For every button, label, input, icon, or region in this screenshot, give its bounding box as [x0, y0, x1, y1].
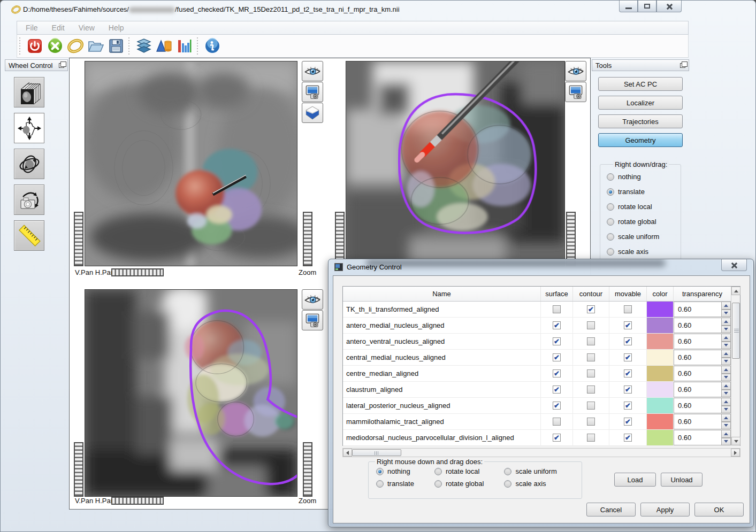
- title-bar[interactable]: D:/home/theses/Fahimeh/sources//fused_ch…: [1, 1, 756, 19]
- vp3-right-wheel[interactable]: [303, 442, 312, 497]
- vp3-left-wheel[interactable]: [74, 442, 83, 497]
- column-header-surface[interactable]: surface: [541, 287, 573, 301]
- color-swatch[interactable]: [647, 334, 673, 349]
- movable-checkbox[interactable]: ✔: [624, 321, 632, 329]
- close-x-icon[interactable]: [47, 37, 64, 55]
- scroll-left-button[interactable]: [343, 449, 352, 457]
- dialog-close-button[interactable]: [721, 259, 747, 271]
- radio-nothing[interactable]: nothing: [607, 173, 659, 181]
- tools-header[interactable]: Tools: [592, 59, 689, 71]
- spin-down-button[interactable]: [721, 342, 731, 350]
- transparency-value[interactable]: 0.60: [674, 398, 721, 413]
- vp3-pan-wheel[interactable]: [111, 497, 164, 505]
- spin-down-button[interactable]: [721, 326, 731, 334]
- movable-checkbox[interactable]: ✔: [624, 418, 632, 426]
- open-file-icon[interactable]: [87, 37, 104, 55]
- vp1-left-wheel[interactable]: [74, 212, 83, 266]
- vp3-visibility-button[interactable]: [302, 289, 323, 310]
- viewport-coronal-mr[interactable]: [85, 289, 297, 497]
- spin-up-button[interactable]: [721, 350, 731, 358]
- spin-up-button[interactable]: [721, 302, 731, 310]
- column-header-contour[interactable]: contour: [573, 287, 609, 301]
- transparency-value[interactable]: 0.60: [674, 350, 721, 365]
- contour-checkbox[interactable]: [587, 353, 595, 361]
- column-header-transparency[interactable]: transparency: [674, 287, 731, 301]
- spin-down-button[interactable]: [721, 358, 731, 366]
- scroll-up-button[interactable]: [731, 287, 740, 295]
- contour-checkbox[interactable]: [587, 418, 595, 426]
- load-button[interactable]: Load: [614, 473, 656, 487]
- transparency-value[interactable]: 0.60: [674, 366, 721, 381]
- vp1-visibility-button[interactable]: [302, 61, 323, 81]
- scrollbar-thumb[interactable]: [732, 303, 740, 359]
- vp3-screenshot-button[interactable]: [302, 310, 323, 330]
- scroll-right-button[interactable]: [731, 449, 740, 457]
- movable-checkbox[interactable]: ✔: [624, 353, 632, 361]
- radio-rotate-local[interactable]: rotate local: [607, 203, 659, 211]
- tools-button-geometry[interactable]: Geometry: [598, 133, 683, 147]
- column-header-color[interactable]: color: [647, 287, 674, 301]
- movable-checkbox[interactable]: ✔: [624, 402, 632, 410]
- radio-scale-uniform[interactable]: scale uniform: [607, 233, 659, 241]
- contour-checkbox[interactable]: [587, 369, 595, 377]
- vp1-screenshot-button[interactable]: [302, 82, 323, 102]
- slice-stack-button[interactable]: [14, 77, 44, 107]
- scrollbar-thumb[interactable]: [352, 449, 401, 456]
- vp2-screenshot-button[interactable]: [565, 82, 586, 102]
- table-horizontal-scrollbar[interactable]: [342, 448, 740, 457]
- vp1-pan-wheel[interactable]: [111, 268, 164, 276]
- table-row[interactable]: antero_medial_nucleus_aligned✔✔0.60: [343, 318, 740, 334]
- surface-checkbox[interactable]: ✔: [553, 402, 561, 410]
- spin-down-button[interactable]: [721, 310, 731, 318]
- contour-checkbox[interactable]: ✔: [587, 305, 595, 313]
- surface-checkbox[interactable]: ✔: [553, 385, 561, 394]
- spin-up-button[interactable]: [721, 430, 731, 438]
- color-swatch[interactable]: [647, 318, 673, 333]
- table-row[interactable]: mediodorsal_nucleus_parvocellular_divisi…: [343, 430, 740, 446]
- table-row[interactable]: TK_th_li_transformed_aligned✔0.60: [343, 302, 740, 318]
- radio-translate[interactable]: translate: [607, 188, 659, 196]
- spin-down-button[interactable]: [721, 438, 731, 446]
- spin-up-button[interactable]: [721, 398, 731, 406]
- apply-button[interactable]: Apply: [640, 503, 690, 516]
- surface-checkbox[interactable]: ✔: [553, 337, 561, 345]
- contour-checkbox[interactable]: [587, 337, 595, 345]
- movable-checkbox[interactable]: [624, 305, 632, 313]
- transparency-value[interactable]: 0.60: [674, 382, 721, 397]
- contour-checkbox[interactable]: [587, 385, 595, 394]
- spin-down-button[interactable]: [721, 422, 731, 430]
- spin-down-button[interactable]: [721, 406, 731, 414]
- transparency-value[interactable]: 0.60: [674, 414, 721, 429]
- rotate-3d-button[interactable]: [14, 149, 44, 179]
- spin-up-button[interactable]: [721, 366, 731, 374]
- color-swatch[interactable]: [647, 366, 673, 381]
- column-header-name[interactable]: Name: [343, 287, 541, 301]
- table-vertical-scrollbar[interactable]: [731, 287, 740, 445]
- movable-checkbox[interactable]: ✔: [624, 369, 632, 377]
- transparency-value[interactable]: 0.60: [674, 430, 721, 445]
- geometry-control-dialog[interactable]: Geometry Control Namesurfacecontourmovab…: [328, 259, 754, 527]
- table-row[interactable]: antero_ventral_nucleus_aligned✔✔0.60: [343, 334, 740, 350]
- transparency-value[interactable]: 0.60: [674, 302, 721, 317]
- radio-rotate-global[interactable]: rotate global: [607, 218, 659, 226]
- color-swatch[interactable]: [647, 382, 673, 397]
- radio-translate[interactable]: translate: [376, 480, 414, 488]
- colormap-icon[interactable]: [156, 37, 173, 55]
- snapshot-rotate-button[interactable]: [14, 184, 44, 215]
- unload-button[interactable]: Unload: [661, 473, 702, 487]
- surface-checkbox[interactable]: [553, 418, 561, 426]
- radio-scale-uniform[interactable]: scale uniform: [504, 467, 556, 475]
- column-header-movable[interactable]: movable: [609, 287, 647, 301]
- color-swatch[interactable]: [647, 350, 673, 365]
- measure-ruler-button[interactable]: [14, 220, 44, 251]
- layer-stack-icon[interactable]: [135, 37, 152, 55]
- float-panel-icon[interactable]: [59, 63, 64, 68]
- spin-down-button[interactable]: [721, 390, 731, 398]
- menu-view[interactable]: View: [79, 24, 95, 32]
- radio-nothing[interactable]: nothing: [376, 467, 414, 475]
- vp2-right-wheel[interactable]: [566, 212, 576, 266]
- vp2-visibility-button[interactable]: [565, 61, 586, 81]
- vp2-left-wheel[interactable]: [335, 212, 345, 266]
- viewport-axial-mr[interactable]: [85, 61, 297, 266]
- power-icon[interactable]: [26, 37, 43, 55]
